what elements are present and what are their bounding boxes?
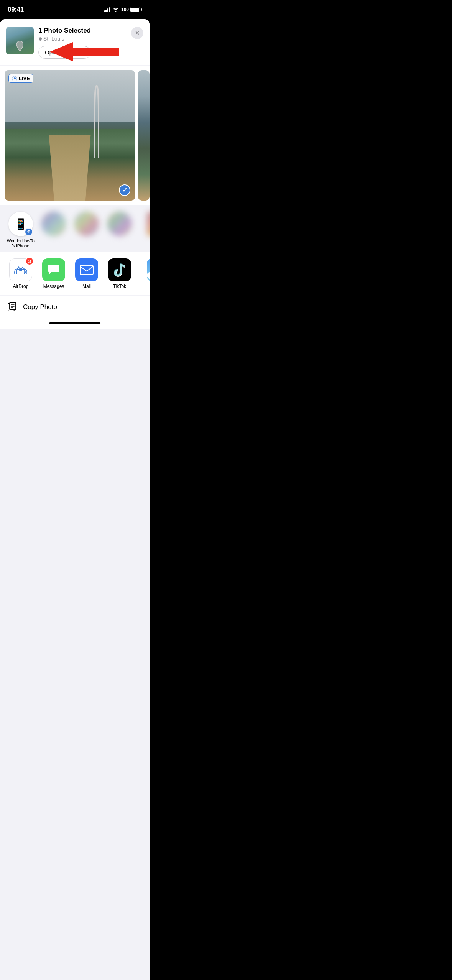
selected-photo-thumbnail bbox=[6, 27, 34, 54]
status-icons: 100 bbox=[104, 7, 142, 12]
airdrop-person-1[interactable] bbox=[39, 212, 68, 248]
airdrop-badge-count: 3 bbox=[25, 257, 34, 265]
close-button[interactable]: ✕ bbox=[131, 27, 143, 39]
live-circle-icon bbox=[12, 76, 17, 81]
checkmark-icon: ✓ bbox=[122, 187, 127, 193]
action-copy-photo[interactable]: Copy Photo bbox=[0, 296, 150, 319]
share-title: 1 Photo Selected bbox=[38, 27, 91, 35]
person-name-0: WonderHowTo's iPhone bbox=[7, 238, 35, 248]
photo-scene: LIVE ✓ bbox=[5, 70, 135, 201]
svg-point-2 bbox=[28, 231, 29, 232]
live-badge: LIVE bbox=[8, 74, 33, 83]
weather-sun-icon bbox=[147, 258, 150, 281]
arch-svg bbox=[79, 82, 114, 158]
airdrop-people-row: 📱 WonderHowTo's iPhone bbox=[0, 206, 150, 252]
app-row: 3 AirDrop Messages Mail bbox=[0, 252, 150, 295]
svg-rect-11 bbox=[10, 302, 16, 310]
person-avatar-0: 📱 bbox=[8, 212, 33, 236]
side-photo-scene bbox=[138, 70, 150, 201]
wifi-icon bbox=[113, 7, 119, 12]
mail-envelope-icon bbox=[79, 265, 94, 275]
home-indicator bbox=[0, 319, 150, 329]
messages-app-label: Messages bbox=[43, 284, 64, 289]
person-avatar-blurred-4 bbox=[147, 212, 150, 236]
actions-list: Copy Photo bbox=[0, 296, 150, 319]
home-bar bbox=[49, 322, 100, 324]
airdrop-person-3[interactable] bbox=[105, 212, 134, 248]
battery-label: 100 bbox=[121, 7, 129, 12]
selected-check-badge: ✓ bbox=[119, 184, 130, 196]
svg-rect-4 bbox=[80, 265, 93, 275]
airdrop-rings-svg bbox=[13, 262, 28, 278]
copy-photo-label: Copy Photo bbox=[23, 303, 57, 311]
photos-strip: LIVE ✓ bbox=[0, 66, 150, 205]
copy-photo-icon bbox=[7, 302, 16, 312]
airdrop-person-0[interactable]: 📱 WonderHowTo's iPhone bbox=[6, 212, 35, 248]
person-avatar-blurred-2 bbox=[74, 212, 99, 236]
action-copy-photo-left: Copy Photo bbox=[6, 302, 57, 312]
tiktok-app-label: TikTok bbox=[113, 284, 126, 289]
svg-rect-0 bbox=[73, 48, 119, 56]
status-bar: 09:41 100 bbox=[0, 0, 150, 19]
side-photo[interactable] bbox=[138, 70, 150, 201]
app-item-tiktok[interactable]: TikTok bbox=[105, 258, 134, 289]
signal-icon bbox=[104, 7, 110, 12]
close-icon: ✕ bbox=[135, 30, 140, 36]
share-sheet: 1 Photo Selected St. Louis Options › ✕ bbox=[0, 19, 150, 980]
svg-rect-9 bbox=[149, 276, 150, 279]
mail-app-label: Mail bbox=[82, 284, 91, 289]
main-photo[interactable]: LIVE ✓ bbox=[5, 70, 135, 201]
airdrop-app-icon: 3 bbox=[9, 258, 32, 281]
person-avatar-blurred-3 bbox=[107, 212, 132, 236]
app-item-weather[interactable] bbox=[138, 258, 150, 289]
person-avatar-blurred-1 bbox=[41, 212, 66, 236]
app-item-messages[interactable]: Messages bbox=[39, 258, 68, 289]
airdrop-person-2[interactable] bbox=[72, 212, 101, 248]
tiktok-app-icon bbox=[108, 258, 131, 281]
battery-icon: 100 bbox=[121, 7, 142, 12]
airdrop-app-label: AirDrop bbox=[13, 284, 29, 289]
device-icon-0: 📱 bbox=[14, 218, 28, 230]
live-label: LIVE bbox=[19, 76, 30, 81]
messages-bubble-icon bbox=[47, 263, 61, 277]
svg-marker-1 bbox=[50, 42, 73, 61]
messages-app-icon bbox=[42, 258, 65, 281]
airdrop-badge-icon bbox=[25, 228, 33, 236]
copy-photo-icon-wrap bbox=[6, 302, 18, 312]
weather-app-icon bbox=[147, 258, 150, 281]
airdrop-person-4[interactable] bbox=[138, 212, 150, 248]
red-arrow bbox=[38, 38, 123, 65]
app-item-mail[interactable]: Mail bbox=[72, 258, 101, 289]
tiktok-logo-icon bbox=[113, 262, 127, 278]
app-item-airdrop[interactable]: 3 AirDrop bbox=[6, 258, 35, 289]
status-time: 09:41 bbox=[8, 6, 24, 13]
mail-app-icon bbox=[75, 258, 98, 281]
